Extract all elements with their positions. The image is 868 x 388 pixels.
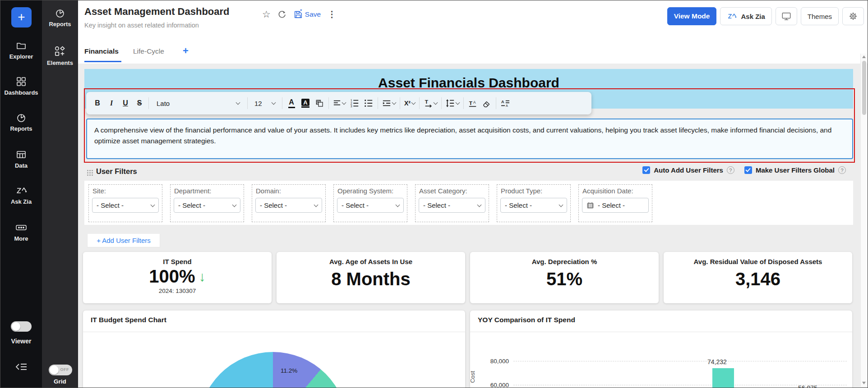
refresh-icon[interactable] xyxy=(277,10,286,19)
view-mode-button[interactable]: View Mode xyxy=(667,7,717,25)
save-floppy-icon: * xyxy=(293,9,303,19)
gridline xyxy=(513,385,847,385)
favorite-star-icon[interactable]: ☆ xyxy=(262,9,271,19)
panel-item-label: Reports xyxy=(49,21,71,27)
bullet-list-button[interactable] xyxy=(364,96,374,110)
format-painter-button[interactable] xyxy=(314,96,324,110)
make-user-filters-global-checkbox[interactable]: Make User Filters Global ? xyxy=(744,166,846,174)
department-select[interactable]: - Select - xyxy=(174,198,240,213)
header-buttons: View Mode Ask Zia Themes xyxy=(667,7,864,25)
tab-financials[interactable]: Financials xyxy=(84,47,119,55)
acquisition-date-input[interactable]: - Select - xyxy=(582,198,649,213)
pie-chart[interactable] xyxy=(199,352,347,388)
underline-button[interactable]: U xyxy=(120,96,130,110)
scrollbar-thumb[interactable] xyxy=(862,61,866,115)
svg-text:T: T xyxy=(469,100,473,106)
sidebar-item-explorer[interactable]: Explorer xyxy=(0,40,42,60)
presentation-view-button[interactable] xyxy=(776,7,797,25)
operating-system-select[interactable]: - Select - xyxy=(337,198,404,213)
clear-format-button[interactable] xyxy=(482,96,492,110)
change-case-button[interactable]: AA xyxy=(500,96,510,110)
highlight-color-button[interactable]: A xyxy=(300,96,310,110)
font-color-button[interactable]: A xyxy=(286,96,296,110)
pie-chart-card[interactable]: IT Budget Spend Chart 11.2% xyxy=(83,310,465,388)
filter-domain: Domain: - Select - xyxy=(252,184,326,222)
toolbar-divider xyxy=(463,97,464,109)
trend-down-arrow-icon: ↓ xyxy=(199,269,206,284)
chart-title: YOY Comparison of IT Spend xyxy=(478,316,575,324)
add-user-filters-link[interactable]: + Add User Filters xyxy=(87,234,160,247)
ask-zia-button[interactable]: Ask Zia xyxy=(720,7,771,25)
tab-life-cycle[interactable]: Life-Cycle xyxy=(133,47,164,55)
toolbar-divider xyxy=(496,97,496,109)
page-title: Asset Management Dashboard xyxy=(84,6,230,18)
bar-2023[interactable] xyxy=(712,368,734,388)
superscript-button[interactable]: X² xyxy=(404,96,415,110)
font-family-select[interactable]: Lato xyxy=(153,96,243,110)
active-tab-underline xyxy=(84,61,121,62)
bold-button[interactable]: B xyxy=(92,96,102,110)
toolbar-divider xyxy=(148,97,149,109)
kpi-subtitle: 2024: 130307 xyxy=(83,288,272,294)
chevron-down-icon xyxy=(477,202,482,207)
grid-toggle[interactable]: OFF xyxy=(49,365,72,375)
help-icon[interactable]: ? xyxy=(727,166,734,174)
description-text-widget[interactable]: A comprehensive view of the financial pe… xyxy=(86,119,853,159)
panel-item-reports[interactable]: Reports xyxy=(42,8,78,27)
rich-text-toolbar: B I U S Lato 12 A A 123 xyxy=(86,92,591,114)
numbered-list-button[interactable]: 123 xyxy=(350,96,360,110)
pie-report-icon xyxy=(54,8,66,18)
svg-text:3: 3 xyxy=(351,105,352,108)
strikethrough-button[interactable]: S xyxy=(134,96,144,110)
sidebar-item-ask-zia[interactable]: Ask Zia xyxy=(0,185,42,205)
text-align-button[interactable] xyxy=(333,96,346,110)
domain-select[interactable]: - Select - xyxy=(255,198,322,213)
drag-handle-icon[interactable] xyxy=(87,170,88,171)
toolbar-divider xyxy=(378,97,378,109)
site-select[interactable]: - Select - xyxy=(92,198,159,213)
settings-button[interactable] xyxy=(842,7,864,25)
more-options-kebab-icon[interactable]: ⋮ xyxy=(328,9,336,19)
kpi-card-it-spend[interactable]: IT Spend 100%↓ 2024: 130307 xyxy=(83,252,272,303)
sidebar-item-data[interactable]: Data xyxy=(0,149,42,169)
text-direction-button[interactable]: T xyxy=(424,96,437,110)
indent-button[interactable] xyxy=(382,96,396,110)
toolbar-divider xyxy=(419,97,420,109)
sidebar-item-dashboards[interactable]: Dashboards xyxy=(0,76,42,96)
auto-add-user-filters-checkbox[interactable]: Auto Add User Filters ? xyxy=(642,166,734,174)
filter-product-type: Product Type: - Select - xyxy=(497,184,571,222)
asset-category-select[interactable]: - Select - xyxy=(419,198,485,213)
toolbar-divider xyxy=(247,97,248,109)
collapse-arrow-icon xyxy=(14,361,28,373)
create-new-button[interactable]: + xyxy=(11,7,32,27)
kpi-card-avg-depreciation[interactable]: Avg. Depreciation % 51% xyxy=(470,252,659,303)
bar-chart-card[interactable]: YOY Comparison of IT Spend Cost 80,000 6… xyxy=(470,310,852,388)
panel-item-elements[interactable]: Elements xyxy=(42,46,78,66)
kpi-value: 51% xyxy=(546,269,582,289)
scroll-up-arrow-icon[interactable] xyxy=(862,55,866,58)
italic-button[interactable]: I xyxy=(106,96,116,110)
collapse-sidebar-button[interactable] xyxy=(14,361,28,374)
font-size-select[interactable]: 12 xyxy=(252,96,278,110)
sidebar-item-more[interactable]: More xyxy=(0,222,42,242)
chevron-down-icon xyxy=(314,202,319,207)
line-spacing-button[interactable] xyxy=(446,96,459,110)
viewer-toggle[interactable] xyxy=(11,321,32,332)
checkbox-checked[interactable] xyxy=(642,166,650,174)
help-icon[interactable]: ? xyxy=(838,166,846,174)
kpi-card-avg-age[interactable]: Avg. Age of Assets In Use 8 Months xyxy=(277,252,465,303)
format-painter-icon xyxy=(315,99,324,108)
vertical-scrollbar[interactable] xyxy=(860,54,867,387)
kpi-card-avg-residual-value[interactable]: Avg. Residual Value of Disposed Assets 3… xyxy=(664,252,852,303)
panel-item-label: Elements xyxy=(47,59,73,66)
scroll-down-arrow-icon[interactable] xyxy=(862,382,866,384)
toolbar-divider xyxy=(282,97,282,109)
sidebar-item-reports[interactable]: Reports xyxy=(0,112,42,132)
add-tab-button[interactable]: + xyxy=(183,45,189,57)
letter-spacing-button[interactable]: TA xyxy=(468,96,478,110)
themes-button[interactable]: Themes xyxy=(801,7,839,25)
kpi-value: 3,146 xyxy=(735,269,780,289)
product-type-select[interactable]: - Select - xyxy=(500,198,567,213)
save-button[interactable]: * Save xyxy=(293,9,321,19)
checkbox-checked[interactable] xyxy=(744,166,752,174)
